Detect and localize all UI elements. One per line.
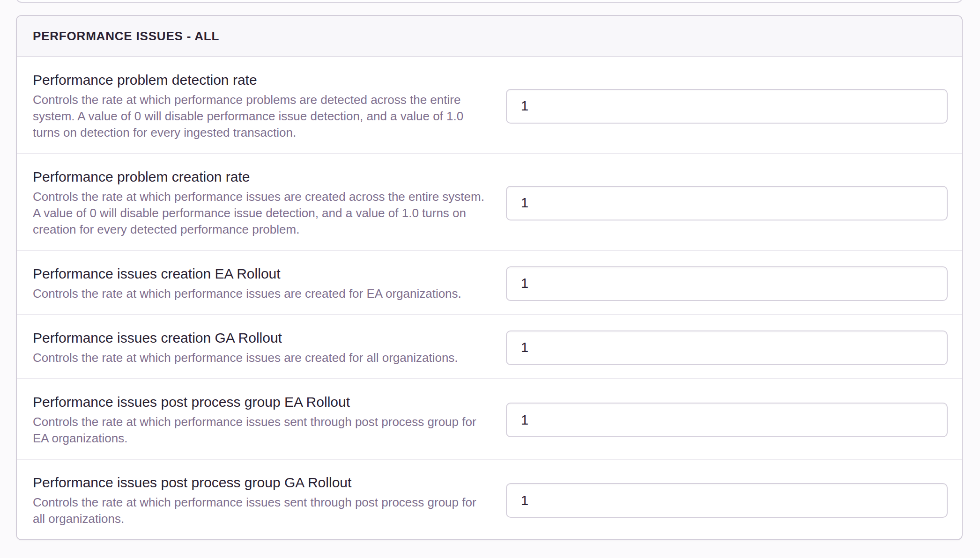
setting-text: Performance issues creation EA Rollout C… [33,265,506,302]
setting-value-input[interactable] [506,266,948,301]
setting-text: Performance issues post process group EA… [33,393,506,447]
setting-row: Performance issues creation EA Rollout C… [17,250,962,314]
setting-row: Performance issues post process group EA… [17,378,962,459]
setting-control [506,186,948,220]
performance-issues-panel: PERFORMANCE ISSUES - ALL Performance pro… [16,15,963,540]
setting-value-input[interactable] [506,330,948,365]
setting-label: Performance issues post process group EA… [33,393,486,411]
setting-label: Performance problem creation rate [33,168,486,186]
setting-label: Performance problem detection rate [33,71,486,89]
setting-control [506,483,948,518]
setting-value-input[interactable] [506,186,948,220]
setting-row: Performance problem creation rate Contro… [17,153,962,250]
panel-title: PERFORMANCE ISSUES - ALL [33,29,219,44]
setting-description: Controls the rate at which performance i… [33,286,486,302]
setting-control [506,266,948,301]
setting-text: Performance issues creation GA Rollout C… [33,329,506,366]
setting-text: Performance problem creation rate Contro… [33,168,506,238]
setting-row: Performance issues creation GA Rollout C… [17,314,962,378]
setting-value-input[interactable] [506,403,948,437]
setting-control [506,89,948,124]
setting-label: Performance issues creation GA Rollout [33,329,486,347]
setting-description: Controls the rate at which performance i… [33,414,486,447]
setting-control [506,330,948,365]
setting-description: Controls the rate at which performance i… [33,189,486,238]
setting-text: Performance issues post process group GA… [33,474,506,527]
settings-list: Performance problem detection rate Contr… [17,57,962,539]
panel-header: PERFORMANCE ISSUES - ALL [17,16,962,57]
setting-description: Controls the rate at which performance i… [33,350,486,366]
setting-description: Controls the rate at which performance p… [33,92,486,141]
setting-text: Performance problem detection rate Contr… [33,71,506,141]
setting-row: Performance issues post process group GA… [17,459,962,539]
setting-control [506,403,948,437]
previous-panel-bottom-edge [16,0,963,3]
setting-description: Controls the rate at which performance i… [33,494,486,527]
setting-label: Performance issues post process group GA… [33,474,486,492]
admin-settings-page: PERFORMANCE ISSUES - ALL Performance pro… [0,0,980,558]
setting-value-input[interactable] [506,483,948,518]
setting-label: Performance issues creation EA Rollout [33,265,486,283]
setting-row: Performance problem detection rate Contr… [17,57,962,153]
setting-value-input[interactable] [506,89,948,124]
